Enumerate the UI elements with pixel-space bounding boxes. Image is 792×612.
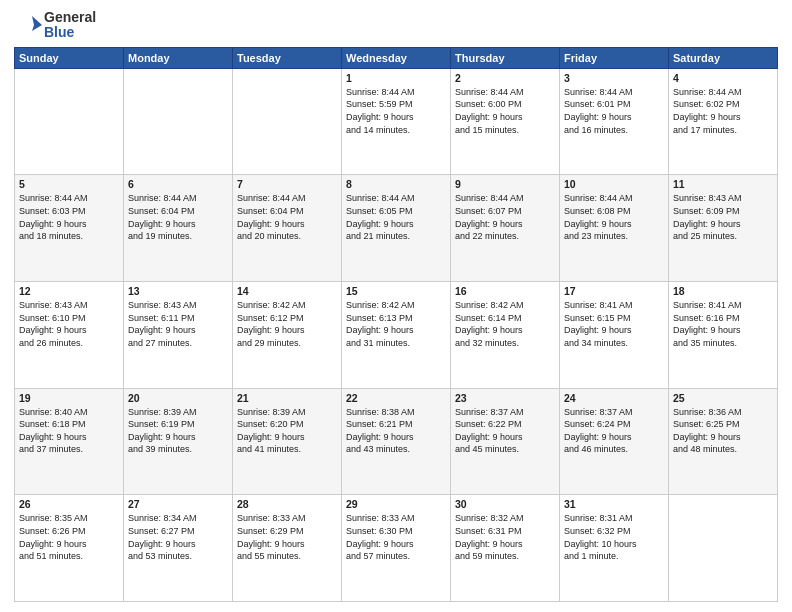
day-info: Sunrise: 8:44 AM Sunset: 6:04 PM Dayligh… <box>237 192 337 242</box>
calendar-cell: 6Sunrise: 8:44 AM Sunset: 6:04 PM Daylig… <box>124 175 233 282</box>
day-number: 16 <box>455 285 555 297</box>
day-number: 5 <box>19 178 119 190</box>
day-info: Sunrise: 8:44 AM Sunset: 6:08 PM Dayligh… <box>564 192 664 242</box>
calendar-cell: 26Sunrise: 8:35 AM Sunset: 6:26 PM Dayli… <box>15 495 124 602</box>
day-info: Sunrise: 8:41 AM Sunset: 6:16 PM Dayligh… <box>673 299 773 349</box>
day-info: Sunrise: 8:44 AM Sunset: 5:59 PM Dayligh… <box>346 86 446 136</box>
weekday-header-wednesday: Wednesday <box>342 47 451 68</box>
calendar-cell: 28Sunrise: 8:33 AM Sunset: 6:29 PM Dayli… <box>233 495 342 602</box>
calendar-cell: 18Sunrise: 8:41 AM Sunset: 6:16 PM Dayli… <box>669 282 778 389</box>
day-info: Sunrise: 8:42 AM Sunset: 6:14 PM Dayligh… <box>455 299 555 349</box>
calendar-week-3: 12Sunrise: 8:43 AM Sunset: 6:10 PM Dayli… <box>15 282 778 389</box>
day-info: Sunrise: 8:42 AM Sunset: 6:12 PM Dayligh… <box>237 299 337 349</box>
day-number: 22 <box>346 392 446 404</box>
day-number: 23 <box>455 392 555 404</box>
calendar-cell: 1Sunrise: 8:44 AM Sunset: 5:59 PM Daylig… <box>342 68 451 175</box>
calendar-cell: 8Sunrise: 8:44 AM Sunset: 6:05 PM Daylig… <box>342 175 451 282</box>
calendar-cell: 3Sunrise: 8:44 AM Sunset: 6:01 PM Daylig… <box>560 68 669 175</box>
calendar-week-4: 19Sunrise: 8:40 AM Sunset: 6:18 PM Dayli… <box>15 388 778 495</box>
day-info: Sunrise: 8:38 AM Sunset: 6:21 PM Dayligh… <box>346 406 446 456</box>
calendar-cell: 20Sunrise: 8:39 AM Sunset: 6:19 PM Dayli… <box>124 388 233 495</box>
day-info: Sunrise: 8:37 AM Sunset: 6:22 PM Dayligh… <box>455 406 555 456</box>
day-number: 12 <box>19 285 119 297</box>
day-number: 21 <box>237 392 337 404</box>
day-number: 31 <box>564 498 664 510</box>
weekday-header-saturday: Saturday <box>669 47 778 68</box>
day-info: Sunrise: 8:34 AM Sunset: 6:27 PM Dayligh… <box>128 512 228 562</box>
calendar-cell <box>669 495 778 602</box>
day-info: Sunrise: 8:37 AM Sunset: 6:24 PM Dayligh… <box>564 406 664 456</box>
day-info: Sunrise: 8:40 AM Sunset: 6:18 PM Dayligh… <box>19 406 119 456</box>
calendar-cell: 16Sunrise: 8:42 AM Sunset: 6:14 PM Dayli… <box>451 282 560 389</box>
calendar-cell: 25Sunrise: 8:36 AM Sunset: 6:25 PM Dayli… <box>669 388 778 495</box>
day-number: 25 <box>673 392 773 404</box>
day-info: Sunrise: 8:31 AM Sunset: 6:32 PM Dayligh… <box>564 512 664 562</box>
logo: GeneralBlue <box>14 10 96 41</box>
day-number: 8 <box>346 178 446 190</box>
day-number: 3 <box>564 72 664 84</box>
day-number: 11 <box>673 178 773 190</box>
logo-text: GeneralBlue <box>44 10 96 41</box>
page: GeneralBlue SundayMondayTuesdayWednesday… <box>0 0 792 612</box>
weekday-header-row: SundayMondayTuesdayWednesdayThursdayFrid… <box>15 47 778 68</box>
day-info: Sunrise: 8:44 AM Sunset: 6:01 PM Dayligh… <box>564 86 664 136</box>
day-info: Sunrise: 8:44 AM Sunset: 6:00 PM Dayligh… <box>455 86 555 136</box>
day-number: 30 <box>455 498 555 510</box>
calendar-cell: 17Sunrise: 8:41 AM Sunset: 6:15 PM Dayli… <box>560 282 669 389</box>
day-info: Sunrise: 8:33 AM Sunset: 6:30 PM Dayligh… <box>346 512 446 562</box>
calendar-week-5: 26Sunrise: 8:35 AM Sunset: 6:26 PM Dayli… <box>15 495 778 602</box>
day-info: Sunrise: 8:39 AM Sunset: 6:20 PM Dayligh… <box>237 406 337 456</box>
calendar-cell <box>15 68 124 175</box>
calendar-cell: 15Sunrise: 8:42 AM Sunset: 6:13 PM Dayli… <box>342 282 451 389</box>
weekday-header-thursday: Thursday <box>451 47 560 68</box>
day-info: Sunrise: 8:32 AM Sunset: 6:31 PM Dayligh… <box>455 512 555 562</box>
calendar-week-2: 5Sunrise: 8:44 AM Sunset: 6:03 PM Daylig… <box>15 175 778 282</box>
day-number: 7 <box>237 178 337 190</box>
day-info: Sunrise: 8:41 AM Sunset: 6:15 PM Dayligh… <box>564 299 664 349</box>
calendar-cell: 29Sunrise: 8:33 AM Sunset: 6:30 PM Dayli… <box>342 495 451 602</box>
calendar-cell: 13Sunrise: 8:43 AM Sunset: 6:11 PM Dayli… <box>124 282 233 389</box>
logo-bird-icon <box>14 11 42 39</box>
day-info: Sunrise: 8:43 AM Sunset: 6:10 PM Dayligh… <box>19 299 119 349</box>
day-info: Sunrise: 8:35 AM Sunset: 6:26 PM Dayligh… <box>19 512 119 562</box>
calendar-cell: 27Sunrise: 8:34 AM Sunset: 6:27 PM Dayli… <box>124 495 233 602</box>
day-number: 24 <box>564 392 664 404</box>
calendar-week-1: 1Sunrise: 8:44 AM Sunset: 5:59 PM Daylig… <box>15 68 778 175</box>
calendar-cell <box>124 68 233 175</box>
weekday-header-monday: Monday <box>124 47 233 68</box>
day-number: 18 <box>673 285 773 297</box>
header: GeneralBlue <box>14 10 778 41</box>
calendar-cell: 31Sunrise: 8:31 AM Sunset: 6:32 PM Dayli… <box>560 495 669 602</box>
calendar-cell: 10Sunrise: 8:44 AM Sunset: 6:08 PM Dayli… <box>560 175 669 282</box>
day-number: 19 <box>19 392 119 404</box>
day-number: 27 <box>128 498 228 510</box>
calendar-cell: 14Sunrise: 8:42 AM Sunset: 6:12 PM Dayli… <box>233 282 342 389</box>
day-info: Sunrise: 8:36 AM Sunset: 6:25 PM Dayligh… <box>673 406 773 456</box>
calendar-cell: 23Sunrise: 8:37 AM Sunset: 6:22 PM Dayli… <box>451 388 560 495</box>
day-info: Sunrise: 8:43 AM Sunset: 6:11 PM Dayligh… <box>128 299 228 349</box>
calendar-cell: 9Sunrise: 8:44 AM Sunset: 6:07 PM Daylig… <box>451 175 560 282</box>
day-number: 29 <box>346 498 446 510</box>
weekday-header-friday: Friday <box>560 47 669 68</box>
calendar-cell: 24Sunrise: 8:37 AM Sunset: 6:24 PM Dayli… <box>560 388 669 495</box>
calendar-table: SundayMondayTuesdayWednesdayThursdayFrid… <box>14 47 778 602</box>
day-info: Sunrise: 8:42 AM Sunset: 6:13 PM Dayligh… <box>346 299 446 349</box>
day-number: 15 <box>346 285 446 297</box>
svg-marker-0 <box>32 16 42 31</box>
day-info: Sunrise: 8:39 AM Sunset: 6:19 PM Dayligh… <box>128 406 228 456</box>
calendar-cell: 30Sunrise: 8:32 AM Sunset: 6:31 PM Dayli… <box>451 495 560 602</box>
day-number: 10 <box>564 178 664 190</box>
calendar-cell: 19Sunrise: 8:40 AM Sunset: 6:18 PM Dayli… <box>15 388 124 495</box>
day-number: 2 <box>455 72 555 84</box>
day-info: Sunrise: 8:33 AM Sunset: 6:29 PM Dayligh… <box>237 512 337 562</box>
day-number: 14 <box>237 285 337 297</box>
day-number: 6 <box>128 178 228 190</box>
weekday-header-tuesday: Tuesday <box>233 47 342 68</box>
day-info: Sunrise: 8:43 AM Sunset: 6:09 PM Dayligh… <box>673 192 773 242</box>
day-number: 13 <box>128 285 228 297</box>
day-number: 20 <box>128 392 228 404</box>
calendar-cell: 4Sunrise: 8:44 AM Sunset: 6:02 PM Daylig… <box>669 68 778 175</box>
day-info: Sunrise: 8:44 AM Sunset: 6:02 PM Dayligh… <box>673 86 773 136</box>
day-info: Sunrise: 8:44 AM Sunset: 6:07 PM Dayligh… <box>455 192 555 242</box>
day-info: Sunrise: 8:44 AM Sunset: 6:03 PM Dayligh… <box>19 192 119 242</box>
